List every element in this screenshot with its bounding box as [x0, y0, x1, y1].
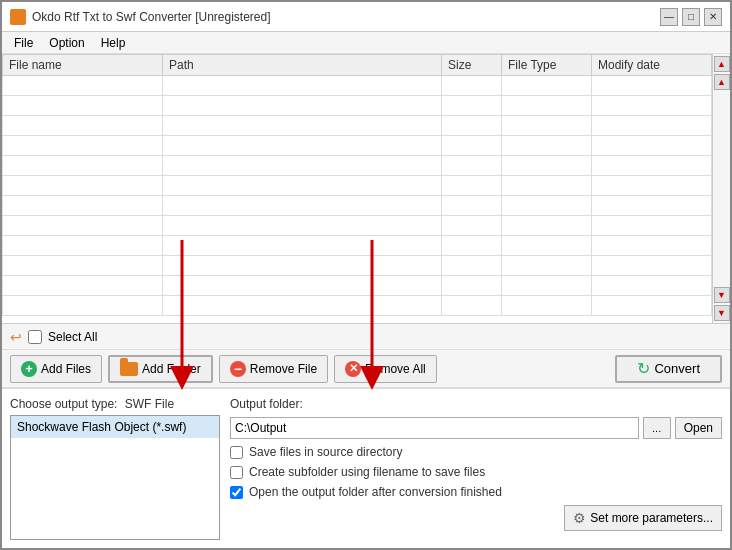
select-all-bar: ↩ Select All — [2, 324, 730, 350]
minimize-button[interactable]: — — [660, 8, 678, 26]
output-type-container: Choose output type: SWF File Shockwave F… — [10, 397, 220, 540]
remove-file-button[interactable]: − Remove File — [219, 355, 328, 383]
select-all-checkbox[interactable] — [28, 330, 42, 344]
scroll-up-button[interactable]: ▲ — [714, 74, 730, 90]
gear-icon: ⚙ — [573, 510, 586, 526]
output-folder-label: Output folder: — [230, 397, 303, 411]
add-files-button[interactable]: + Add Files — [10, 355, 102, 383]
action-bar: + Add Files Add Folder − Remove File ✕ R… — [2, 350, 730, 388]
output-section: Choose output type: SWF File Shockwave F… — [2, 388, 730, 548]
col-modifydate: Modify date — [592, 55, 712, 76]
add-files-label: Add Files — [41, 362, 91, 376]
scroll-down-button[interactable]: ▼ — [714, 287, 730, 303]
browse-button[interactable]: ... — [643, 417, 671, 439]
output-type-value: SWF File — [125, 397, 174, 411]
col-path: Path — [163, 55, 442, 76]
add-folder-label: Add Folder — [142, 362, 201, 376]
add-files-icon: + — [21, 361, 37, 377]
output-folder-input-row: ... Open — [230, 417, 722, 439]
output-folder-row: Output folder: — [230, 397, 722, 411]
bottom-row: ⚙ Set more parameters... — [230, 505, 722, 531]
menu-bar: File Option Help — [2, 32, 730, 54]
checkbox-row-1: Save files in source directory — [230, 445, 722, 459]
table-scrollbar: ▲ ▲ ▼ ▼ — [712, 54, 730, 323]
close-button[interactable]: ✕ — [704, 8, 722, 26]
output-type-list[interactable]: Shockwave Flash Object (*.swf) — [10, 415, 220, 540]
remove-file-label: Remove File — [250, 362, 317, 376]
maximize-button[interactable]: □ — [682, 8, 700, 26]
menu-file[interactable]: File — [6, 34, 41, 52]
scroll-bottom-button[interactable]: ▼ — [714, 305, 730, 321]
more-params-label: Set more parameters... — [590, 511, 713, 525]
folder-icon — [120, 362, 138, 376]
app-title: Okdo Rtf Txt to Swf Converter [Unregiste… — [32, 10, 271, 24]
save-source-checkbox[interactable] — [230, 446, 243, 459]
remove-all-button[interactable]: ✕ Remove All — [334, 355, 437, 383]
convert-button[interactable]: ↻ Convert — [615, 355, 722, 383]
convert-icon: ↻ — [637, 359, 650, 378]
save-source-label: Save files in source directory — [249, 445, 402, 459]
col-filename: File name — [3, 55, 163, 76]
convert-label: Convert — [654, 361, 700, 376]
remove-all-icon: ✕ — [345, 361, 361, 377]
choose-output-label: Choose output type: — [10, 397, 117, 411]
col-size: Size — [442, 55, 502, 76]
create-subfolder-label: Create subfolder using filename to save … — [249, 465, 485, 479]
create-subfolder-checkbox[interactable] — [230, 466, 243, 479]
remove-file-icon: − — [230, 361, 246, 377]
remove-all-label: Remove All — [365, 362, 426, 376]
output-type-header: Choose output type: SWF File — [10, 397, 220, 411]
checkbox-row-2: Create subfolder using filename to save … — [230, 465, 722, 479]
output-folder-input[interactable] — [230, 417, 639, 439]
open-after-label: Open the output folder after conversion … — [249, 485, 502, 499]
menu-help[interactable]: Help — [93, 34, 134, 52]
menu-option[interactable]: Option — [41, 34, 92, 52]
app-icon — [10, 9, 26, 25]
select-all-label: Select All — [48, 330, 97, 344]
title-bar: Okdo Rtf Txt to Swf Converter [Unregiste… — [2, 2, 730, 32]
output-type-item[interactable]: Shockwave Flash Object (*.swf) — [11, 416, 219, 438]
open-after-checkbox[interactable] — [230, 486, 243, 499]
add-folder-button[interactable]: Add Folder — [108, 355, 213, 383]
open-button[interactable]: Open — [675, 417, 722, 439]
col-filetype: File Type — [502, 55, 592, 76]
more-params-button[interactable]: ⚙ Set more parameters... — [564, 505, 722, 531]
scroll-top-button[interactable]: ▲ — [714, 56, 730, 72]
checkbox-row-3: Open the output folder after conversion … — [230, 485, 722, 499]
file-table[interactable]: File name Path Size File Type Modify dat… — [2, 54, 712, 323]
output-right: Output folder: ... Open Save files in so… — [230, 397, 722, 540]
back-icon: ↩ — [10, 329, 22, 345]
file-table-area: File name Path Size File Type Modify dat… — [2, 54, 730, 324]
